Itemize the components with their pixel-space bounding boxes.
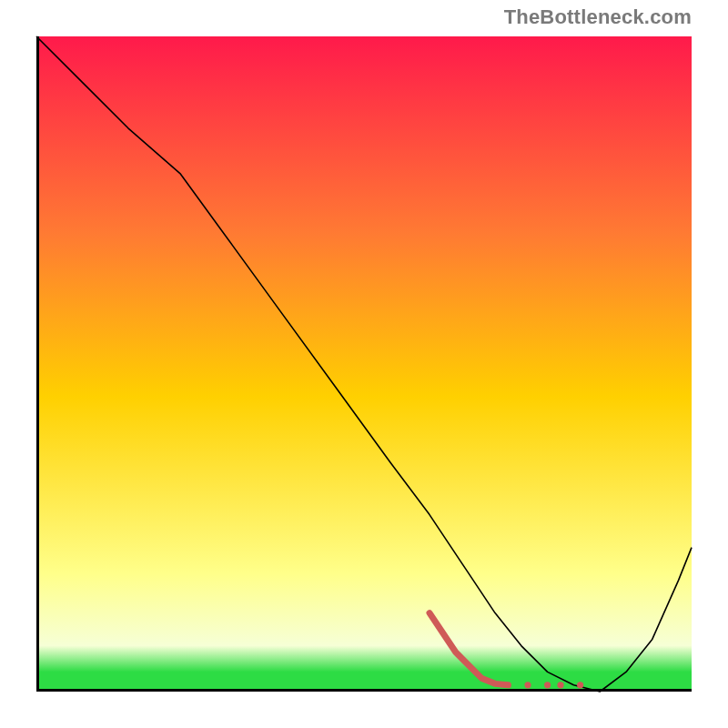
highlight-dots-dot [524,682,531,688]
highlight-dots-dot [577,682,583,688]
plot-svg [36,36,692,692]
highlight-dots-dot [544,682,551,688]
watermark-text: TheBottleneck.com [504,5,692,29]
highlight-dots-dot [557,682,563,688]
chart-frame: TheBottleneck.com [0,0,728,728]
